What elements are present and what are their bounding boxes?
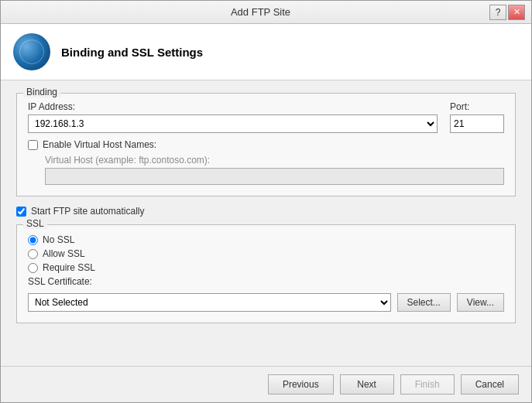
enable-virtual-host-checkbox[interactable] — [28, 140, 38, 150]
binding-group-label: Binding — [23, 87, 60, 97]
virtual-host-hint: Virtual Host (example: ftp.contoso.com): — [45, 155, 504, 166]
page-title: Binding and SSL Settings — [61, 46, 203, 59]
help-button[interactable]: ? — [489, 5, 506, 20]
require-ssl-row: Require SSL — [28, 262, 504, 273]
port-field-group: Port: — [450, 101, 504, 133]
enable-virtual-host-label: Enable Virtual Host Names: — [43, 139, 156, 150]
previous-button[interactable]: Previous — [268, 374, 334, 394]
port-input[interactable] — [450, 114, 504, 133]
start-ftp-checkbox[interactable] — [16, 207, 26, 217]
start-ftp-label: Start FTP site automatically — [31, 206, 145, 217]
allow-ssl-radio[interactable] — [28, 249, 38, 259]
content-area: Binding IP Address: 192.168.1.3 Port: En… — [1, 80, 531, 366]
allow-ssl-label: Allow SSL — [43, 248, 85, 259]
ssl-cert-select[interactable]: Not Selected — [28, 293, 391, 312]
require-ssl-label: Require SSL — [43, 262, 95, 273]
allow-ssl-row: Allow SSL — [28, 248, 504, 259]
finish-button[interactable]: Finish — [400, 374, 455, 394]
close-button[interactable]: ✕ — [508, 5, 525, 20]
next-button[interactable]: Next — [340, 374, 394, 394]
footer: Previous Next Finish Cancel — [1, 366, 531, 402]
virtual-host-input[interactable] — [45, 168, 504, 185]
no-ssl-row: No SSL — [28, 234, 504, 245]
select-cert-button[interactable]: Select... — [397, 293, 451, 312]
ip-field-group: IP Address: 192.168.1.3 — [28, 101, 438, 133]
dialog-title: Add FTP Site — [231, 6, 290, 18]
port-label: Port: — [450, 101, 504, 112]
title-bar-controls: ? ✕ — [489, 5, 525, 20]
no-ssl-label: No SSL — [43, 234, 74, 245]
header-section: Binding and SSL Settings — [1, 24, 531, 80]
cancel-button[interactable]: Cancel — [461, 374, 519, 394]
ssl-cert-row: Not Selected Select... View... — [28, 293, 504, 312]
dialog: Add FTP Site ? ✕ Binding and SSL Setting… — [0, 0, 532, 403]
require-ssl-radio[interactable] — [28, 263, 38, 273]
view-cert-button[interactable]: View... — [457, 293, 504, 312]
ssl-group: SSL No SSL Allow SSL Require SSL SSL Cer… — [16, 224, 516, 323]
no-ssl-radio[interactable] — [28, 235, 38, 245]
ip-port-row: IP Address: 192.168.1.3 Port: — [28, 101, 504, 133]
virtual-host-indent: Virtual Host (example: ftp.contoso.com): — [28, 155, 504, 185]
ssl-group-label: SSL — [23, 218, 47, 229]
globe-icon — [13, 33, 50, 70]
start-ftp-row: Start FTP site automatically — [16, 206, 516, 217]
ssl-cert-label: SSL Certificate: — [28, 276, 504, 287]
ip-address-select[interactable]: 192.168.1.3 — [28, 114, 438, 133]
binding-group: Binding IP Address: 192.168.1.3 Port: En… — [16, 93, 516, 196]
title-bar: Add FTP Site ? ✕ — [1, 1, 531, 24]
ip-label: IP Address: — [28, 101, 438, 112]
virtual-host-checkbox-row: Enable Virtual Host Names: — [28, 139, 504, 150]
